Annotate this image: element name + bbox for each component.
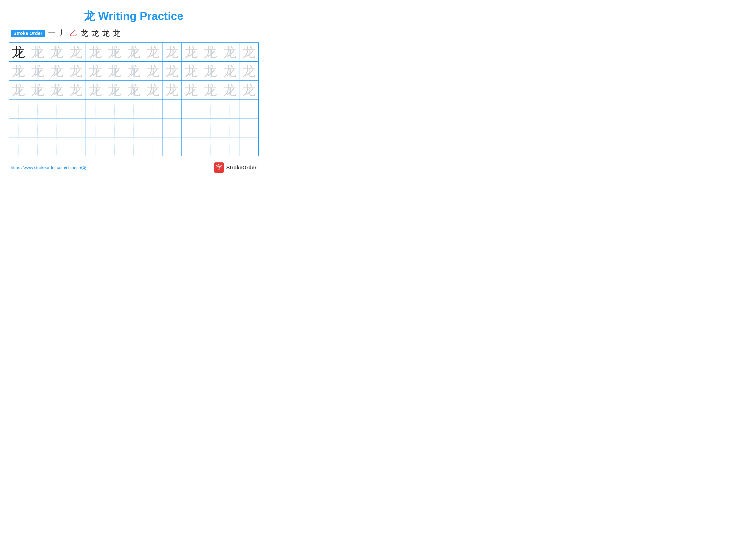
char-display: 龙 [242, 45, 256, 60]
grid-cell[interactable] [182, 118, 201, 138]
grid-cell[interactable] [239, 99, 258, 118]
grid-cell[interactable] [143, 99, 162, 118]
char-display: 龙 [69, 45, 83, 60]
grid-cell[interactable] [201, 118, 220, 138]
grid-cell[interactable]: 龙 [220, 43, 239, 62]
website-url[interactable]: https://www.strokeorder.com/chinese/龙 [11, 165, 86, 171]
grid-cell[interactable] [28, 99, 47, 118]
grid-cell[interactable] [67, 99, 86, 118]
grid-cell[interactable]: 龙 [143, 62, 162, 81]
grid-cell[interactable] [239, 138, 258, 156]
grid-cell[interactable]: 龙 [105, 62, 124, 81]
grid-cell[interactable]: 龙 [9, 43, 28, 62]
grid-cell[interactable]: 龙 [201, 62, 220, 81]
grid-cell[interactable] [67, 118, 86, 138]
char-display: 龙 [184, 45, 198, 60]
footer: https://www.strokeorder.com/chinese/龙 字 … [9, 163, 258, 173]
stroke-6: 龙 [102, 28, 110, 38]
grid-cell[interactable] [67, 138, 86, 156]
grid-cell[interactable] [47, 138, 67, 156]
grid-cell[interactable] [162, 118, 182, 138]
grid-cell[interactable]: 龙 [162, 62, 182, 81]
grid-cell[interactable]: 龙 [67, 81, 86, 99]
char-display: 龙 [50, 45, 63, 60]
stroke-7: 龙 [113, 28, 121, 38]
grid-cell[interactable]: 龙 [86, 62, 105, 81]
grid-cell[interactable]: 龙 [182, 43, 201, 62]
grid-cell[interactable] [86, 118, 105, 138]
logo-icon: 字 [214, 163, 224, 173]
stroke-order-row: Stroke Order 一 丿 乙 龙 龙 龙 龙 [9, 28, 258, 38]
grid-row-4 [9, 99, 258, 118]
char-display: 龙 [204, 45, 217, 60]
grid-cell[interactable] [182, 99, 201, 118]
grid-cell[interactable] [86, 138, 105, 156]
char-display: 龙 [146, 64, 159, 78]
grid-cell[interactable]: 龙 [220, 81, 239, 99]
grid-cell[interactable] [124, 99, 143, 118]
grid-cell[interactable] [201, 138, 220, 156]
grid-cell[interactable]: 龙 [143, 81, 162, 99]
grid-cell[interactable]: 龙 [86, 43, 105, 62]
grid-cell[interactable] [105, 118, 124, 138]
grid-cell[interactable]: 龙 [124, 62, 143, 81]
grid-cell[interactable]: 龙 [105, 43, 124, 62]
grid-cell[interactable] [220, 118, 239, 138]
grid-cell[interactable] [105, 99, 124, 118]
grid-cell[interactable]: 龙 [201, 43, 220, 62]
grid-cell[interactable]: 龙 [162, 43, 182, 62]
grid-cell[interactable] [9, 138, 28, 156]
grid-cell[interactable] [124, 138, 143, 156]
grid-cell[interactable] [143, 138, 162, 156]
grid-cell[interactable]: 龙 [239, 43, 258, 62]
char-display: 龙 [12, 45, 25, 60]
grid-cell[interactable] [105, 138, 124, 156]
grid-cell[interactable] [162, 138, 182, 156]
grid-cell[interactable] [28, 138, 47, 156]
grid-cell[interactable]: 龙 [47, 62, 67, 81]
grid-cell[interactable] [162, 99, 182, 118]
grid-cell[interactable]: 龙 [67, 43, 86, 62]
grid-cell[interactable]: 龙 [47, 81, 67, 99]
char-display: 龙 [242, 64, 256, 78]
char-display: 龙 [146, 83, 159, 97]
grid-cell[interactable] [143, 118, 162, 138]
grid-cell[interactable]: 龙 [9, 81, 28, 99]
logo-text: StrokeOrder [226, 165, 256, 171]
char-display: 龙 [165, 83, 179, 97]
grid-cell[interactable] [124, 118, 143, 138]
grid-cell[interactable]: 龙 [143, 43, 162, 62]
grid-cell[interactable]: 龙 [86, 81, 105, 99]
grid-cell[interactable]: 龙 [182, 62, 201, 81]
grid-cell[interactable]: 龙 [28, 62, 47, 81]
grid-cell[interactable]: 龙 [47, 43, 67, 62]
grid-cell[interactable] [182, 138, 201, 156]
grid-cell[interactable]: 龙 [182, 81, 201, 99]
grid-cell[interactable] [86, 99, 105, 118]
grid-cell[interactable] [28, 118, 47, 138]
grid-cell[interactable] [9, 99, 28, 118]
grid-cell[interactable]: 龙 [124, 43, 143, 62]
grid-cell[interactable]: 龙 [239, 62, 258, 81]
grid-cell[interactable]: 龙 [220, 62, 239, 81]
grid-cell[interactable]: 龙 [9, 62, 28, 81]
grid-cell[interactable] [220, 99, 239, 118]
grid-cell[interactable] [220, 138, 239, 156]
grid-cell[interactable]: 龙 [105, 81, 124, 99]
grid-cell[interactable] [239, 118, 258, 138]
grid-cell[interactable]: 龙 [162, 81, 182, 99]
grid-cell[interactable]: 龙 [28, 81, 47, 99]
char-display: 龙 [242, 83, 256, 97]
grid-cell[interactable]: 龙 [124, 81, 143, 99]
grid-cell[interactable] [9, 118, 28, 138]
grid-cell[interactable]: 龙 [201, 81, 220, 99]
char-display: 龙 [50, 64, 63, 78]
char-display: 龙 [50, 83, 63, 97]
grid-cell[interactable] [201, 99, 220, 118]
char-display: 龙 [127, 45, 140, 60]
grid-cell[interactable]: 龙 [67, 62, 86, 81]
grid-cell[interactable]: 龙 [239, 81, 258, 99]
grid-cell[interactable]: 龙 [28, 43, 47, 62]
grid-cell[interactable] [47, 99, 67, 118]
grid-cell[interactable] [47, 118, 67, 138]
